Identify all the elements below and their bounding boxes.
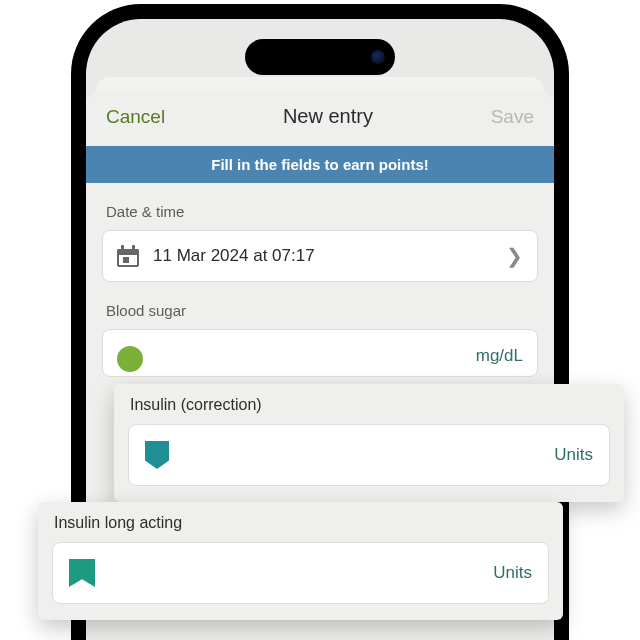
section-datetime: Date & time 11 Mar 2024 at 07:17 ❯	[86, 183, 554, 282]
datetime-row[interactable]: 11 Mar 2024 at 07:17 ❯	[102, 230, 538, 282]
ribbon-icon	[69, 559, 95, 587]
cancel-button[interactable]: Cancel	[106, 106, 165, 128]
overlay-insulin-long: Insulin long acting Units	[38, 502, 563, 620]
nav-bar: Cancel New entry Save	[86, 91, 554, 146]
datetime-label: Date & time	[106, 203, 538, 220]
modal-title: New entry	[283, 105, 373, 128]
insulin-correction-label: Insulin (correction)	[130, 396, 610, 414]
overlay-insulin-correction: Insulin (correction) Units	[114, 384, 624, 502]
insulin-long-unit: Units	[493, 563, 532, 583]
blood-sugar-row[interactable]: mg/dL	[102, 329, 538, 377]
insulin-correction-row[interactable]: Units	[128, 424, 610, 486]
calendar-icon	[117, 245, 139, 267]
datetime-value: 11 Mar 2024 at 07:17	[153, 246, 492, 266]
blood-sugar-label: Blood sugar	[106, 302, 538, 319]
insulin-long-row[interactable]: Units	[52, 542, 549, 604]
section-insulin-correction-peek: Insulin (correction)	[102, 636, 538, 640]
shield-icon	[145, 441, 169, 469]
blood-sugar-unit: mg/dL	[476, 346, 523, 366]
points-banner: Fill in the fields to earn points!	[86, 146, 554, 183]
save-button[interactable]: Save	[491, 106, 534, 128]
chevron-right-icon: ❯	[506, 246, 523, 266]
insulin-correction-unit: Units	[554, 445, 593, 465]
blood-sugar-icon	[117, 346, 143, 372]
notch	[245, 39, 395, 75]
insulin-long-label: Insulin long acting	[54, 514, 549, 532]
section-blood-sugar: Blood sugar mg/dL	[86, 282, 554, 377]
